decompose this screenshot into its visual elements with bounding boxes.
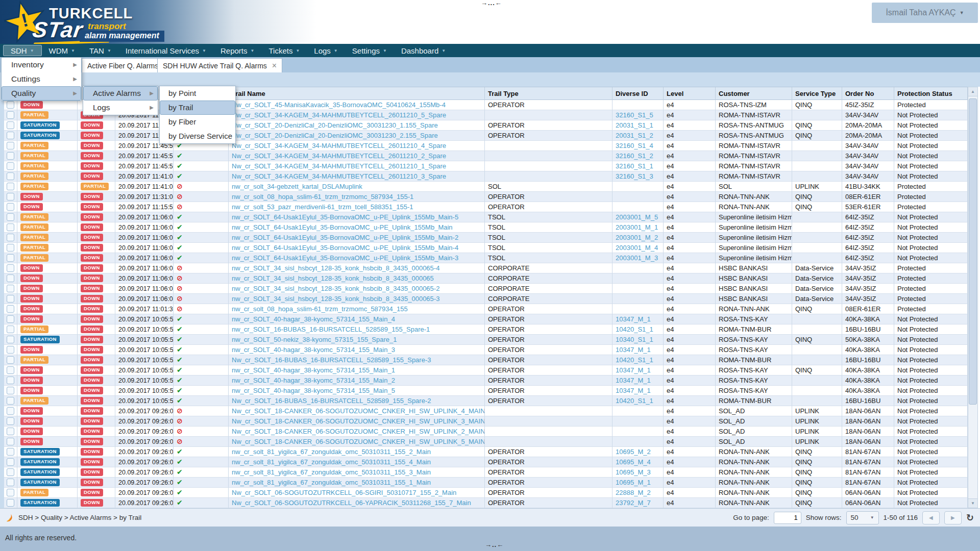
diverse-id-link[interactable]: 10420_S1_1: [616, 325, 653, 333]
row-checkbox[interactable]: [7, 366, 14, 374]
trail-name-link[interactable]: nw_cr_SOLT_34_sisl_hsbcyt_128-35_konk_hs…: [232, 285, 439, 292]
trail-name-link[interactable]: Nw_cr_SOLT_34-KAGEM_34-MAHMUTBEYTCELL_26…: [232, 111, 446, 119]
diverse-id-link[interactable]: 10347_M_1: [616, 377, 651, 384]
diverse-id-link[interactable]: 10347_M_1: [616, 346, 651, 354]
trail-name-link[interactable]: nw_cr_SOLT_40-hagar_38-kyomc_57314_155_M…: [232, 377, 395, 384]
row-checkbox[interactable]: [7, 325, 14, 333]
row-checkbox[interactable]: [7, 489, 14, 496]
column-header-order-no[interactable]: Order No: [842, 87, 894, 101]
menu-item-active-alarms[interactable]: Active Alarms▶: [83, 86, 158, 101]
row-checkbox[interactable]: [7, 234, 14, 241]
diverse-id-link[interactable]: 22888_M_2: [616, 489, 651, 496]
menubar-item-international-services[interactable]: International Services▼: [118, 45, 213, 56]
trail-name-link[interactable]: nw_cr_SOLT_40-hagar_38-kyomc_57314_155_M…: [232, 387, 395, 394]
scrollbar-thumb[interactable]: [969, 98, 977, 405]
row-checkbox[interactable]: [7, 121, 14, 129]
diverse-id-link[interactable]: 10420_S1_1: [616, 397, 653, 405]
row-checkbox[interactable]: [7, 428, 14, 435]
menu-item-inventory[interactable]: Inventory▶: [2, 58, 81, 72]
menu-item-by-point[interactable]: by Point: [160, 86, 235, 101]
column-header-level[interactable]: Level: [664, 87, 716, 101]
row-checkbox[interactable]: [7, 183, 14, 190]
trail-name-link[interactable]: nw_cr_SOLT_64-Usak1Eylul_35-BornovaOMC_u…: [232, 213, 458, 221]
diverse-id-link[interactable]: 2003001_M_2: [616, 234, 658, 241]
trail-name-link[interactable]: nw_cr_solt_08_hopa_sslim-61_trzm_trzmomc…: [232, 193, 413, 201]
trail-name-link[interactable]: Nw_cr_SOLT_34-KAGEM_34-MAHMUTBEYTCELL_26…: [232, 142, 446, 149]
diverse-id-link[interactable]: 10340_S1_1: [616, 336, 653, 343]
menu-item-by-diverse-service[interactable]: by Diverse Service: [160, 129, 235, 143]
row-checkbox[interactable]: [7, 213, 14, 221]
row-checkbox[interactable]: [7, 172, 14, 180]
row-checkbox[interactable]: [7, 438, 14, 445]
menu-item-by-fiber[interactable]: by Fiber: [160, 115, 235, 129]
trail-name-link[interactable]: nw_cr_SOLT_34_sisl_hsbcyt_128-35_konk_hs…: [232, 274, 434, 282]
trail-name-link[interactable]: nw_cr_SOLT_34_sisl_hsbcyt_128-35_konk_hs…: [232, 295, 439, 303]
trail-name-link[interactable]: nw_cr_solt_81_yigilca_67_zonguldak_omc_5…: [232, 468, 431, 476]
column-header-customer[interactable]: Customer: [716, 87, 792, 101]
trail-name-link[interactable]: Nw_cr_SOLT_34-KAGEM_34-MAHMUTBEYTCELL_26…: [232, 172, 446, 180]
trail-name-link[interactable]: nw_cr_SOLT_40-hagar_38-kyomc_57314_155_M…: [232, 346, 395, 354]
trail-name-link[interactable]: nw_cr_solt_53_pazr_merdivenli-61_trzm_tc…: [232, 203, 413, 211]
row-checkbox[interactable]: [7, 132, 14, 139]
row-checkbox[interactable]: [7, 417, 14, 425]
row-checkbox[interactable]: [7, 377, 14, 384]
row-checkbox[interactable]: [7, 468, 14, 476]
row-checkbox[interactable]: [7, 152, 14, 160]
trail-name-link[interactable]: nw_cr_SOLT_50-nekiz_38-kyomc_57315_155_S…: [232, 336, 397, 343]
next-page-button[interactable]: ▶: [944, 511, 962, 524]
trail-name-link[interactable]: Nw_cr_SOLT_18-CANKER_06-SOGUTOZUOMC_CNKE…: [232, 428, 485, 435]
row-checkbox[interactable]: [7, 346, 14, 354]
menu-item-by-trail[interactable]: by Trail: [160, 101, 235, 115]
trail-name-link[interactable]: nw_cr_SOLT_64-Usak1Eylul_35-BornovaOMC_u…: [232, 244, 458, 252]
column-header-trail-name[interactable]: Trail Name: [229, 87, 485, 101]
menubar-item-logs[interactable]: Logs▼: [307, 45, 345, 56]
row-checkbox[interactable]: [7, 336, 14, 343]
row-checkbox[interactable]: [7, 295, 14, 303]
menubar-item-dashboard[interactable]: Dashboard▼: [394, 45, 453, 56]
diverse-id-link[interactable]: 10347_M_1: [616, 315, 651, 323]
column-header-trail-type[interactable]: Trail Type: [485, 87, 612, 101]
menubar-item-settings[interactable]: Settings▼: [345, 45, 394, 56]
row-checkbox[interactable]: [7, 111, 14, 119]
diverse-id-link[interactable]: 32160_S1_1: [616, 162, 653, 170]
diverse-id-link[interactable]: 20031_S1_2: [616, 132, 653, 139]
trail-name-link[interactable]: nw_cr_solt_81_yigilca_67_zonguldak_omc_5…: [232, 448, 431, 456]
menu-item-cuttings[interactable]: Cuttings▶: [2, 72, 81, 86]
refresh-icon[interactable]: ↻: [966, 513, 974, 522]
column-header-protection-status[interactable]: Protection Status: [894, 87, 968, 101]
trail-name-link[interactable]: nw_cr_solt_81_yigilca_67_zonguldak_omc_5…: [232, 479, 431, 486]
trail-name-link[interactable]: nw_cr_solt_08_hopa_sslim-61_trzm_trzmomc…: [232, 305, 408, 313]
trail-name-link[interactable]: nw_cr_SOLT_64-Usak1Eylul_35-BornovaOMC_u…: [232, 234, 458, 241]
trail-name-link[interactable]: nw_cr_solt_34-gebzett_kartal_DSLAMuplink: [232, 183, 362, 190]
trail-name-link[interactable]: nw_cr_solt_81_yigilca_67_zonguldak_omc_5…: [232, 458, 431, 466]
menu-item-quality[interactable]: Quality▶: [2, 86, 81, 101]
trail-name-link[interactable]: Nw_cr_SOLT_34-KAGEM_34-MAHMUTBEYTCELL_26…: [232, 162, 446, 170]
trail-name-link[interactable]: Nw_cr_SOLT_20-DenizliCal_20-DenizliOMC_3…: [232, 132, 438, 139]
page-number-input[interactable]: [774, 512, 801, 524]
scroll-up-icon[interactable]: ▲: [968, 87, 977, 96]
vertical-scrollbar[interactable]: ▲ ▼: [968, 87, 978, 508]
diverse-id-link[interactable]: 2003001_M_1: [616, 223, 658, 231]
row-checkbox[interactable]: [7, 203, 14, 211]
row-checkbox[interactable]: [7, 264, 14, 272]
row-checkbox[interactable]: [7, 193, 14, 201]
diverse-id-link[interactable]: 20031_S1_1: [616, 121, 653, 129]
trail-name-link[interactable]: Nw_cr_SOLT_20-DenizliCal_20-DenizliOMC_3…: [232, 121, 438, 129]
trail-name-link[interactable]: nw_cr_SOLT_40-hagar_38-kyomc_57314_155_M…: [232, 366, 395, 374]
trail-name-link[interactable]: nw_cr_SOLT_40-hagar_38-kyomc_57314_155_M…: [232, 315, 395, 323]
row-checkbox[interactable]: [7, 356, 14, 364]
previous-page-button[interactable]: ◀: [922, 511, 940, 524]
trail-name-link[interactable]: Nw_cr_SOLT_16-BUBAS_16-BURSATCELL_528589…: [232, 397, 431, 405]
user-menu-button[interactable]: İsmail Taha AYKAÇ ▼: [872, 3, 978, 23]
diverse-id-link[interactable]: 10347_M_1: [616, 366, 651, 374]
trail-name-link[interactable]: Nw_cr_SOLT_06-SOGUTOZUTRKCELL_06-SGIRI_5…: [232, 489, 456, 496]
trail-name-link[interactable]: nw_cr_SOLT_16-BUBAS_16-BURSATCELL_528589…: [232, 325, 430, 333]
row-checkbox[interactable]: [7, 142, 14, 149]
diverse-id-link[interactable]: 10695_M_2: [616, 448, 651, 456]
row-checkbox[interactable]: [7, 315, 14, 323]
row-checkbox[interactable]: [7, 499, 14, 507]
diverse-id-link[interactable]: 32160_S1_2: [616, 152, 653, 160]
menubar-item-reports[interactable]: Reports▼: [213, 45, 261, 56]
row-checkbox[interactable]: [7, 305, 14, 313]
row-checkbox[interactable]: [7, 101, 14, 109]
